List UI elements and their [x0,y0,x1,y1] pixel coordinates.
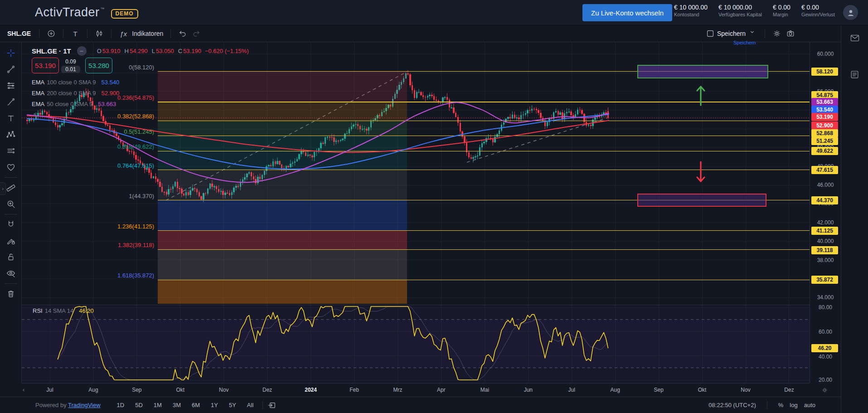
toolbar-divider [111,29,112,38]
indicator-legend-row[interactable]: EMA100 close 0 SMA 953.540 [32,79,119,86]
indicator-params: 50 close 0 SMA 9 [47,101,92,107]
svg-text:0.5(51.245): 0.5(51.245) [124,128,155,135]
tool-brush[interactable] [2,94,20,110]
legend-collapse-button[interactable] [77,46,87,56]
svg-text:0(58.120): 0(58.120) [129,64,154,71]
auto-scale-toggle[interactable]: auto [804,402,815,408]
sell-button[interactable]: 53.190 [32,58,59,73]
compare-add-button[interactable] [44,27,58,40]
tool-drawing-lock[interactable] [2,233,20,249]
range-1m[interactable]: 1M [149,400,166,410]
svg-text:0.236(54.875): 0.236(54.875) [117,94,154,101]
timeframe-button[interactable]: T [68,27,82,40]
tradingview-link[interactable]: TradingView [68,402,101,408]
undo-button[interactable] [176,27,189,40]
tool-zoom-in[interactable] [2,196,20,212]
sidebar-news-button[interactable] [841,65,868,83]
scroll-left-icon[interactable]: ‹ [23,386,24,393]
chart-style-button[interactable] [92,27,106,40]
indicator-params: 100 close 0 SMA 9 [47,79,96,86]
session-clock[interactable]: 08:22:50 (UTC+2) [708,402,756,408]
rsi-value: 46.20 [79,307,94,314]
rsi-legend-row[interactable]: RSI 14 SMA 14 46.20 [33,307,94,314]
range-6m[interactable]: 6M [187,400,204,410]
account-stat: € 10 000.00Kontostand [674,4,708,17]
indicator-legend-row[interactable]: EMA50 close 0 SMA 953.663 [32,101,116,107]
ohlc-value: 54.290 [130,48,148,54]
tool-crosshair[interactable] [2,45,20,61]
range-3m[interactable]: 3M [168,400,185,410]
tool-lock-open[interactable] [2,249,20,265]
axis-price-tag: 44.370 [811,196,838,204]
heart-icon [6,162,16,172]
tool-xabcd-pattern[interactable] [2,126,20,143]
percent-scale-toggle[interactable]: % [778,402,784,408]
tool-eye-hide[interactable] [2,265,20,282]
tool-text-tool[interactable] [2,110,20,126]
layout-select-button[interactable] [703,27,717,40]
tool-heart[interactable] [2,159,20,175]
watchlist-expand-handle[interactable]: › [0,182,6,195]
stat-label: Verfügbares Kapital [718,12,762,17]
axis-price-label: 80.00 [810,304,841,311]
axis-price-tag: 41.125 [811,227,838,235]
svg-text:0.618(49.622): 0.618(49.622) [117,143,154,150]
month-label: Mrz [393,387,402,393]
chart-settings-button[interactable] [770,27,784,40]
tool-trend-line[interactable] [2,61,20,78]
toolbar-divider [87,29,87,38]
redo-button[interactable] [189,27,203,40]
toolbar-divider [765,29,765,38]
range-all[interactable]: All [242,400,258,410]
svg-text:1.382(39.118): 1.382(39.118) [118,242,154,248]
ohlc-values: O53.910H54.290L53.050C53.190−0.620 (−1.1… [93,48,249,54]
symbol-selector[interactable]: SHL.GE [7,30,31,37]
indicator-name: EMA [32,79,44,86]
indicators-button[interactable]: ƒx [116,27,130,40]
save-button[interactable]: Speichern [717,30,746,37]
indicators-label[interactable]: Indikatoren [132,30,163,37]
tool-magnet[interactable] [2,216,20,233]
sidebar-envelope-button[interactable] [841,29,868,47]
log-scale-toggle[interactable]: log [790,402,797,408]
axis-price-label: 34.000 [810,294,841,301]
bottombar-divider [767,401,767,409]
chart-symbol-title[interactable]: SHL.GE · 1T [32,47,71,55]
time-axis[interactable]: ‹ JulAugSepOktNovDez2024FebMrzAprMaiJunJ… [22,383,810,397]
powered-by-label: Powered by TradingView [35,402,101,408]
month-label: Nov [741,387,750,393]
month-label: Dez [784,387,794,393]
indicator-value: 53.663 [98,101,116,107]
buy-button[interactable]: 53.280 [85,58,112,73]
snapshot-button[interactable] [784,27,797,40]
price-axis[interactable]: 60.00058.00056.00054.00052.00050.00048.0… [810,42,841,383]
month-label: Feb [349,387,359,393]
spread-info: 0.09 0.01 [61,58,81,73]
save-layout-control[interactable]: Speichern Speichern [717,29,758,38]
chevron-down-icon[interactable] [749,29,758,38]
text-tool-icon [6,113,16,123]
range-5y[interactable]: 5Y [224,400,241,410]
price-chart-canvas[interactable]: 0(58.120)0.236(54.875)0.382(52.868)0.5(5… [22,42,810,383]
drawing-tools-rail [0,42,22,383]
legend-scroll-caret[interactable]: ∧ [33,112,36,117]
theme-sun-icon[interactable] [821,386,829,394]
tool-fib-retracement[interactable] [2,78,20,94]
stat-value: € 10 000.00 [718,4,762,11]
stat-label: Gewinn/Verlust [801,12,835,17]
range-1d[interactable]: 1D [112,400,129,410]
user-avatar[interactable] [843,5,858,20]
tool-long-position[interactable] [2,143,20,159]
lock-open-icon [6,252,16,262]
range-1y[interactable]: 1Y [206,400,223,410]
rsi-params: 14 SMA 14 [45,307,74,314]
indicator-legend-row[interactable]: EMA200 close 0 SMA 952.900 [32,90,119,97]
ohlc-key: L [152,48,155,54]
tool-trash[interactable] [2,286,20,302]
app-logo: ActivTrader ™ DEMO [35,5,138,19]
range-5d[interactable]: 5D [131,400,147,410]
month-label: Apr [437,387,446,393]
go-to-date-button[interactable] [267,401,276,410]
quote-panel: 53.190 0.09 0.01 53.280 [32,58,112,73]
switch-to-live-button[interactable]: Zu Live-Konto wechseln [582,4,672,21]
